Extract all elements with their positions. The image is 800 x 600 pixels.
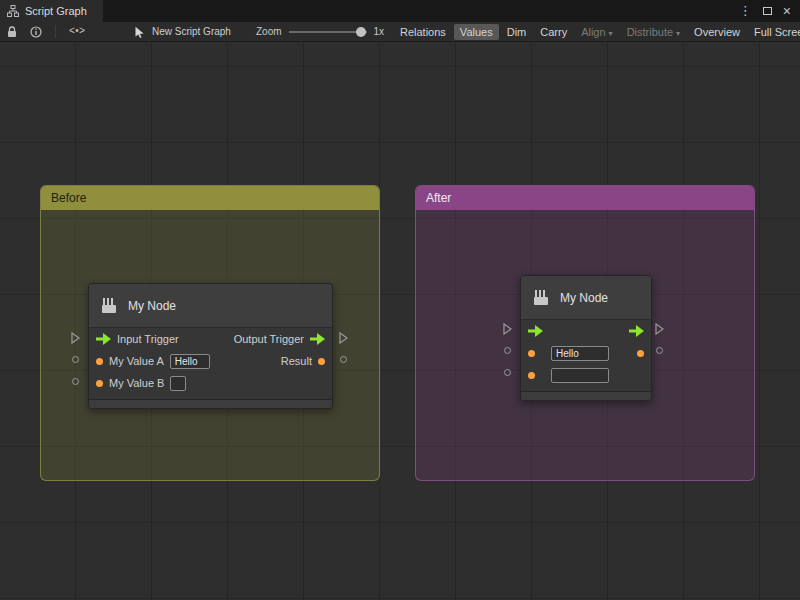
node-my-node-before: My Node Input Trigger Output Trigger xyxy=(88,283,333,409)
window-controls: ⋮ × xyxy=(739,0,800,22)
external-result-port[interactable] xyxy=(656,347,663,354)
external-value-b-port[interactable] xyxy=(72,378,79,385)
external-trigger-out-port[interactable] xyxy=(655,323,664,335)
distribute-dropdown[interactable]: Distribute▾ xyxy=(621,24,686,40)
chevron-down-icon: ▾ xyxy=(609,29,613,38)
info-icon[interactable] xyxy=(30,26,42,38)
port-row-trigger xyxy=(521,320,651,342)
fullscreen-button[interactable]: Full Screen xyxy=(748,24,800,40)
close-icon[interactable]: × xyxy=(783,0,791,22)
script-graph-icon xyxy=(7,5,19,17)
node-footer xyxy=(89,399,332,408)
graph-canvas[interactable]: Before After My Node xyxy=(0,42,800,600)
chevron-down-icon: ▾ xyxy=(676,29,680,38)
external-trigger-out-port[interactable] xyxy=(339,332,348,344)
node-title: My Node xyxy=(560,291,608,305)
values-button[interactable]: Values xyxy=(454,24,499,40)
external-result-port[interactable] xyxy=(340,356,347,363)
toolbar-left-icons: <•> xyxy=(7,22,84,41)
node-title: My Node xyxy=(128,299,176,313)
align-dropdown[interactable]: Align▾ xyxy=(575,24,618,40)
zoom-label: Zoom xyxy=(256,26,282,37)
relations-button[interactable]: Relations xyxy=(394,24,452,40)
node-header[interactable]: My Node xyxy=(89,284,332,328)
zoom-value: 1x xyxy=(374,26,385,37)
port-row-value-b: My Value B xyxy=(89,372,332,394)
maximize-icon[interactable] xyxy=(763,7,772,15)
graph-name-label[interactable]: New Script Graph xyxy=(152,26,231,37)
group-after-header[interactable]: After xyxy=(416,186,754,210)
output-trigger-label: Output Trigger xyxy=(234,333,304,345)
port-row-value-a: Hello xyxy=(521,342,651,364)
zoom-slider[interactable] xyxy=(289,31,367,33)
result-label: Result xyxy=(281,355,312,367)
overview-button[interactable]: Overview xyxy=(688,24,746,40)
kebab-menu-icon[interactable]: ⋮ xyxy=(739,0,752,22)
lock-icon[interactable] xyxy=(7,26,17,38)
input-trigger-label: Input Trigger xyxy=(117,333,179,345)
unit-icon xyxy=(99,296,119,316)
port-row-trigger: Input Trigger Output Trigger xyxy=(89,328,332,350)
cursor-icon xyxy=(134,26,145,38)
toolbar-buttons: Relations Values Dim Carry Align▾ Distri… xyxy=(393,22,800,41)
node-header[interactable]: My Node xyxy=(521,276,651,320)
zoom-control: Zoom 1x xyxy=(256,22,384,41)
dim-button[interactable]: Dim xyxy=(501,24,533,40)
output-trigger-port[interactable] xyxy=(310,333,325,345)
value-a-port[interactable] xyxy=(96,358,103,365)
tab-script-graph[interactable]: Script Graph xyxy=(0,0,103,22)
port-row-value-b xyxy=(521,364,651,386)
value-a-port[interactable] xyxy=(528,350,535,357)
graph-toolbar: <•> New Script Graph Zoom 1x Relations V… xyxy=(0,22,800,42)
value-b-field[interactable] xyxy=(170,376,186,391)
external-trigger-in-port[interactable] xyxy=(503,323,512,335)
input-trigger-port[interactable] xyxy=(96,333,111,345)
external-trigger-in-port[interactable] xyxy=(71,332,80,344)
external-value-a-port[interactable] xyxy=(504,347,511,354)
unity-script-graph-window: Script Graph ⋮ × <• xyxy=(0,0,800,600)
node-my-node-after: My Node Hello xyxy=(520,275,652,401)
value-b-port[interactable] xyxy=(528,372,535,379)
group-before-header[interactable]: Before xyxy=(41,186,379,210)
code-view-icon[interactable]: <•> xyxy=(69,26,84,37)
carry-button[interactable]: Carry xyxy=(534,24,573,40)
value-b-label: My Value B xyxy=(109,377,164,389)
value-b-port[interactable] xyxy=(96,380,103,387)
value-a-field[interactable]: Hello xyxy=(170,354,210,369)
node-footer xyxy=(521,391,651,400)
zoom-slider-knob[interactable] xyxy=(356,27,366,37)
external-value-b-port[interactable] xyxy=(504,369,511,376)
unit-icon xyxy=(531,288,551,308)
value-a-field[interactable]: Hello xyxy=(551,346,609,361)
window-tab-bar: Script Graph ⋮ × xyxy=(0,0,800,22)
toolbar-separator xyxy=(55,25,56,38)
output-trigger-port[interactable] xyxy=(629,325,644,337)
value-a-label: My Value A xyxy=(109,355,164,367)
tab-label: Script Graph xyxy=(25,5,87,17)
graph-name-area: New Script Graph xyxy=(134,22,231,41)
result-port[interactable] xyxy=(637,350,644,357)
external-value-a-port[interactable] xyxy=(72,356,79,363)
port-row-value-a: My Value A Hello Result xyxy=(89,350,332,372)
input-trigger-port[interactable] xyxy=(528,325,543,337)
value-b-field[interactable] xyxy=(551,368,609,383)
result-port[interactable] xyxy=(318,358,325,365)
